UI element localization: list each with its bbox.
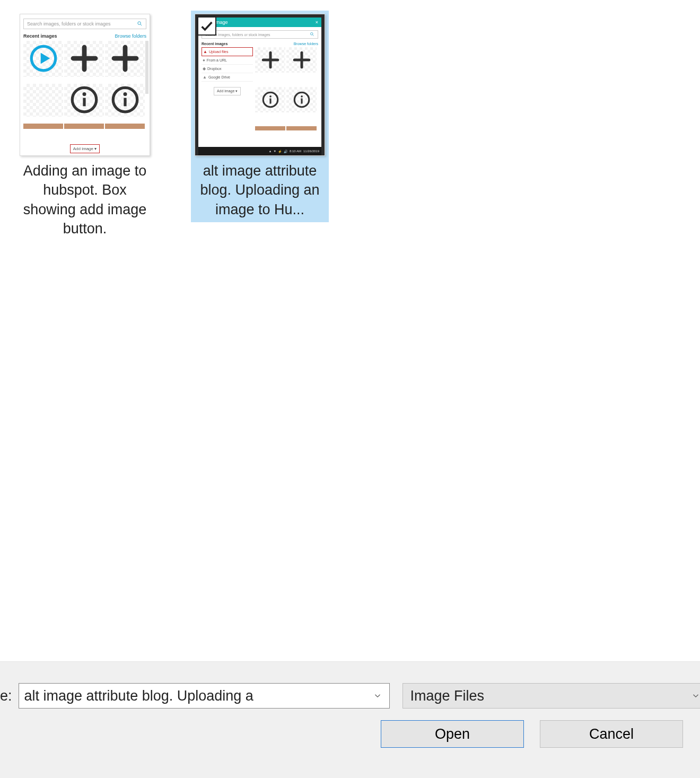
- filename-combobox[interactable]: alt image attribute blog. Uploading a: [19, 683, 390, 709]
- mock-image-cell: [255, 126, 285, 130]
- open-button-label: Open: [435, 726, 470, 742]
- filetype-combobox[interactable]: Image Files: [402, 683, 700, 709]
- drive-icon: ▲: [203, 75, 207, 80]
- mock-image-cell: [286, 87, 317, 112]
- tray-icon: ♥: [274, 150, 276, 153]
- mock-titlebar: Insert image ×: [198, 18, 321, 27]
- mock-taskbar: ▲ ♥ ⚡ 🔊 8:10 AM 11/26/2019: [198, 147, 321, 155]
- cancel-button-label: Cancel: [589, 726, 634, 742]
- thumbnail: Search images, folders or stock images R…: [20, 14, 150, 156]
- cancel-button[interactable]: Cancel: [540, 720, 683, 748]
- filetype-value: Image Files: [410, 688, 689, 704]
- tray-icon: 🔊: [284, 150, 287, 153]
- svg-point-9: [82, 92, 86, 96]
- mock-menu-item: ▲Google Drive: [202, 73, 253, 82]
- mock-image-grid: [23, 41, 146, 135]
- chevron-down-icon: [371, 691, 384, 701]
- mock-add-image-button: Add image ▾: [70, 144, 100, 153]
- mock-image-grid: [255, 47, 318, 144]
- taskbar-time: 8:10 AM: [290, 150, 301, 153]
- mock-image-cell: [23, 84, 63, 117]
- mock-image-cell: [23, 124, 63, 129]
- svg-point-21: [269, 95, 272, 98]
- mock-image-cell: [23, 41, 63, 77]
- mock-image-cell: [105, 84, 145, 117]
- thumbnail-mock: Search images, folders or stock images R…: [20, 14, 150, 155]
- tray-icon: ▲: [268, 150, 272, 153]
- thumbnail: Insert image × Search images, folders or…: [195, 14, 325, 156]
- plus-icon: [69, 43, 99, 74]
- filename-value: alt image attribute blog. Uploading a: [24, 688, 371, 704]
- link-icon: ●: [203, 58, 205, 63]
- mock-menu-item: ◆Dropbox: [202, 65, 253, 73]
- filename-label: e:: [0, 688, 12, 704]
- mock-menu: ▲Upload files ●From a URL ◆Dropbox ▲Goog…: [202, 47, 253, 144]
- checkmark-icon: [197, 16, 216, 36]
- mock-search-placeholder: Search images, folders or stock images: [27, 21, 111, 27]
- info-icon: [110, 85, 140, 116]
- mock-image-cell: [64, 41, 104, 77]
- svg-point-14: [311, 33, 313, 36]
- mock-image-cell: [255, 47, 285, 73]
- open-button[interactable]: Open: [381, 720, 524, 748]
- mock-menu-label: Google Drive: [208, 75, 230, 79]
- info-icon: [69, 85, 99, 116]
- mock-menu-label: Upload files: [209, 50, 229, 54]
- mock-recent-label: Recent images: [23, 33, 57, 39]
- mock-body: Search images, folders or stock images R…: [198, 27, 321, 147]
- mock-image-cell: [105, 41, 145, 77]
- mock-search-field: Search images, folders or stock images: [202, 30, 318, 39]
- search-icon: [137, 21, 143, 28]
- chevron-down-icon: [689, 691, 700, 701]
- svg-point-24: [301, 95, 303, 98]
- footer-row-inputs: e: alt image attribute blog. Uploading a…: [0, 683, 684, 709]
- taskbar-date: 11/26/2019: [303, 150, 319, 153]
- mock-image-cell: [286, 47, 317, 73]
- mock-recent-label: Recent images: [202, 42, 228, 46]
- svg-point-0: [138, 21, 141, 24]
- mock-menu-item: ▲Upload files: [202, 47, 253, 56]
- mock-header-row: Recent images Browse folders: [23, 33, 146, 39]
- search-icon: [310, 31, 314, 38]
- mock-lower: ▲Upload files ●From a URL ◆Dropbox ▲Goog…: [202, 47, 318, 144]
- mock-menu-label: From a URL: [207, 58, 227, 62]
- mock-menu-label: Dropbox: [207, 67, 221, 71]
- mock-footer: Add image ▾: [23, 135, 146, 153]
- play-icon: [29, 43, 58, 74]
- svg-marker-3: [40, 53, 50, 64]
- plus-icon: [110, 43, 140, 74]
- mock-browse-link: Browse folders: [115, 33, 146, 39]
- tray-icon: ⚡: [278, 150, 282, 153]
- mock-image-cell: [286, 126, 317, 130]
- mock-image-cell: [105, 124, 145, 129]
- mock-browse-link: Browse folders: [294, 42, 318, 46]
- footer-row-buttons: Open Cancel: [0, 720, 684, 748]
- svg-point-12: [123, 92, 127, 96]
- mock-menu-item: ●From a URL: [202, 56, 253, 65]
- svg-line-1: [141, 24, 142, 25]
- mock-add-image-button: Add image ▾: [214, 87, 241, 95]
- svg-line-15: [313, 35, 314, 36]
- mock-search-field: Search images, folders or stock images: [23, 19, 146, 29]
- file-caption: Adding an image to hubspot. Box showing …: [19, 161, 151, 239]
- mock-image-cell: [255, 87, 285, 112]
- mock-image-cell: [64, 84, 104, 117]
- mock-header-row: Recent images Browse folders: [202, 42, 318, 46]
- mock-image-cell: [64, 124, 104, 129]
- file-item-selected[interactable]: Insert image × Search images, folders or…: [191, 11, 329, 222]
- close-icon: ×: [316, 20, 318, 25]
- scrollbar: [145, 41, 148, 94]
- dialog-footer: e: alt image attribute blog. Uploading a…: [0, 661, 700, 778]
- upload-icon: ▲: [203, 49, 207, 54]
- file-grid: Search images, folders or stock images R…: [0, 0, 700, 661]
- dropbox-icon: ◆: [203, 66, 206, 71]
- file-caption: alt image attribute blog. Uploading an i…: [194, 161, 326, 219]
- file-item[interactable]: Search images, folders or stock images R…: [16, 11, 154, 242]
